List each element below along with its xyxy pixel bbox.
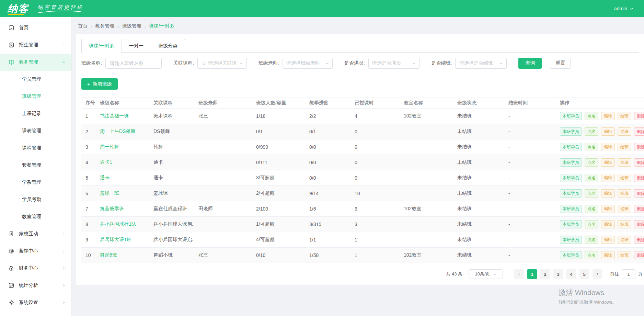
sidebar-item-packages[interactable]: 套餐管理: [0, 157, 71, 174]
reset-button[interactable]: 重置: [550, 58, 571, 69]
breadcrumb-item[interactable]: 班级管理: [122, 23, 141, 29]
user-menu[interactable]: admin: [614, 6, 636, 11]
roll-call-button[interactable]: 点名: [585, 251, 598, 259]
sidebar-item-attendance[interactable]: 学员考勤: [0, 191, 71, 208]
class-name-link[interactable]: 舞蹈5班: [100, 252, 117, 258]
class-students-button[interactable]: 本班学员: [560, 251, 582, 259]
page-button-4[interactable]: 4: [566, 269, 576, 279]
breadcrumb-item[interactable]: 首页: [78, 23, 88, 29]
sidebar-item-timetable[interactable]: 课表管理: [0, 122, 71, 139]
roll-call-button[interactable]: 点名: [585, 205, 598, 213]
sidebar-item-classes[interactable]: 班级管理: [0, 88, 71, 105]
class-name-link[interactable]: 篮球一班: [100, 190, 119, 196]
sidebar-item-admissions[interactable]: 招生管理: [0, 36, 71, 54]
sidebar-item-classrooms[interactable]: 教室管理: [0, 208, 71, 225]
sidebar-item-home[interactable]: 首页: [0, 19, 71, 36]
search-button[interactable]: 查询: [518, 58, 542, 69]
class-name-link[interactable]: 周一上午DS领舞: [100, 128, 135, 134]
sidebar-item-fees[interactable]: 学杂管理: [0, 174, 71, 191]
roll-call-button[interactable]: 点名: [585, 220, 598, 228]
close-class-button[interactable]: 结班: [618, 143, 631, 151]
breadcrumb-item[interactable]: 教务管理: [95, 23, 114, 29]
next-page-button[interactable]: [593, 269, 602, 279]
page-button-3[interactable]: 3: [553, 269, 563, 279]
page-size-select[interactable]: 10条/页: [469, 269, 503, 279]
close-class-button[interactable]: 结班: [618, 236, 631, 244]
class-name-link[interactable]: 乒小乒国球社1队: [100, 221, 136, 227]
edit-button[interactable]: 编辑: [601, 127, 615, 136]
delete-button[interactable]: 删除: [634, 174, 644, 182]
sidebar-item-home-school[interactable]: 家校互动: [0, 225, 71, 242]
roll-call-button[interactable]: 点名: [585, 143, 598, 151]
delete-button[interactable]: 删除: [634, 143, 644, 151]
class-name-link[interactable]: 周一韩舞: [100, 144, 119, 149]
close-class-button[interactable]: 结班: [618, 251, 631, 259]
class-students-button[interactable]: 本班学员: [560, 205, 582, 213]
roll-call-button[interactable]: 点名: [585, 127, 598, 136]
edit-button[interactable]: 编辑: [601, 143, 615, 151]
class-teacher-select[interactable]: 请选择班级老师: [283, 58, 333, 69]
delete-button[interactable]: 删除: [634, 236, 644, 244]
class-students-button[interactable]: 本班学员: [560, 174, 582, 182]
edit-button[interactable]: 编辑: [601, 205, 615, 213]
tab-one-to-one[interactable]: 一对一: [122, 39, 151, 53]
edit-button[interactable]: 编辑: [601, 220, 615, 228]
page-button-2[interactable]: 2: [540, 269, 550, 279]
edit-button[interactable]: 编辑: [601, 189, 615, 198]
roll-call-button[interactable]: 点名: [585, 174, 598, 182]
close-class-button[interactable]: 结班: [618, 189, 631, 198]
sidebar-item-lesson-records[interactable]: 上课记录: [0, 105, 71, 122]
class-name-link[interactable]: 乒乓球大课1班: [100, 237, 131, 242]
sidebar-item-courses[interactable]: 课程管理: [0, 139, 71, 157]
class-name-link[interactable]: 通卡1: [100, 159, 112, 165]
delete-button[interactable]: 删除: [634, 205, 644, 213]
class-name-link[interactable]: 筑基畅学班: [100, 206, 124, 211]
add-class-button[interactable]: + 新增班级: [81, 78, 118, 90]
roll-call-button[interactable]: 点名: [585, 189, 598, 198]
page-button-5[interactable]: 5: [579, 269, 589, 279]
class-students-button[interactable]: 本班学员: [560, 112, 582, 120]
roll-call-button[interactable]: 点名: [585, 158, 598, 167]
tab-class-one-to-many[interactable]: 班课/一对多: [81, 39, 122, 53]
sidebar-item-finance[interactable]: 财务中心: [0, 260, 71, 277]
sidebar-item-marketing[interactable]: 营销中心: [0, 242, 71, 260]
is-closed-select[interactable]: 请选择是否结班: [455, 58, 507, 69]
class-students-button[interactable]: 本班学员: [560, 158, 582, 167]
tab-class-categories[interactable]: 班级分类: [151, 39, 185, 53]
is-full-select[interactable]: 请选是否满员: [368, 58, 420, 69]
close-class-button[interactable]: 结班: [618, 127, 631, 136]
sidebar-item-statistics[interactable]: 统计分析: [0, 277, 71, 294]
class-name-link[interactable]: 通卡: [100, 175, 110, 180]
roll-call-button[interactable]: 点名: [585, 236, 598, 244]
edit-button[interactable]: 编辑: [601, 174, 615, 182]
delete-button[interactable]: 删除: [634, 158, 644, 167]
related-course-select[interactable]: 请选择关联课程: [197, 58, 247, 69]
delete-button[interactable]: 删除: [634, 251, 644, 259]
sidebar-item-students[interactable]: 学员管理: [0, 71, 71, 88]
close-class-button[interactable]: 结班: [618, 220, 631, 228]
goto-page-input[interactable]: [622, 269, 635, 279]
sidebar-item-settings[interactable]: 系统设置: [0, 294, 71, 311]
edit-button[interactable]: 编辑: [601, 236, 615, 244]
class-name-link[interactable]: 书法基础一班: [100, 113, 129, 118]
delete-button[interactable]: 删除: [634, 220, 644, 228]
close-class-button[interactable]: 结班: [618, 174, 631, 182]
class-students-button[interactable]: 本班学员: [560, 143, 582, 151]
delete-button[interactable]: 删除: [634, 189, 644, 198]
delete-button[interactable]: 删除: [634, 127, 644, 136]
roll-call-button[interactable]: 点名: [585, 112, 598, 120]
edit-button[interactable]: 编辑: [601, 158, 615, 167]
delete-button[interactable]: 删除: [634, 112, 644, 120]
class-students-button[interactable]: 本班学员: [560, 220, 582, 228]
page-button-1[interactable]: 1: [527, 269, 537, 279]
close-class-button[interactable]: 结班: [618, 158, 631, 167]
close-class-button[interactable]: 结班: [618, 205, 631, 213]
class-students-button[interactable]: 本班学员: [560, 189, 582, 198]
class-students-button[interactable]: 本班学员: [560, 236, 582, 244]
prev-page-button[interactable]: [514, 269, 524, 279]
close-class-button[interactable]: 结班: [618, 112, 631, 120]
sidebar-item-academic[interactable]: 教务管理: [0, 54, 71, 71]
edit-button[interactable]: 编辑: [601, 251, 615, 259]
class-name-input[interactable]: [105, 58, 162, 69]
edit-button[interactable]: 编辑: [601, 112, 615, 120]
